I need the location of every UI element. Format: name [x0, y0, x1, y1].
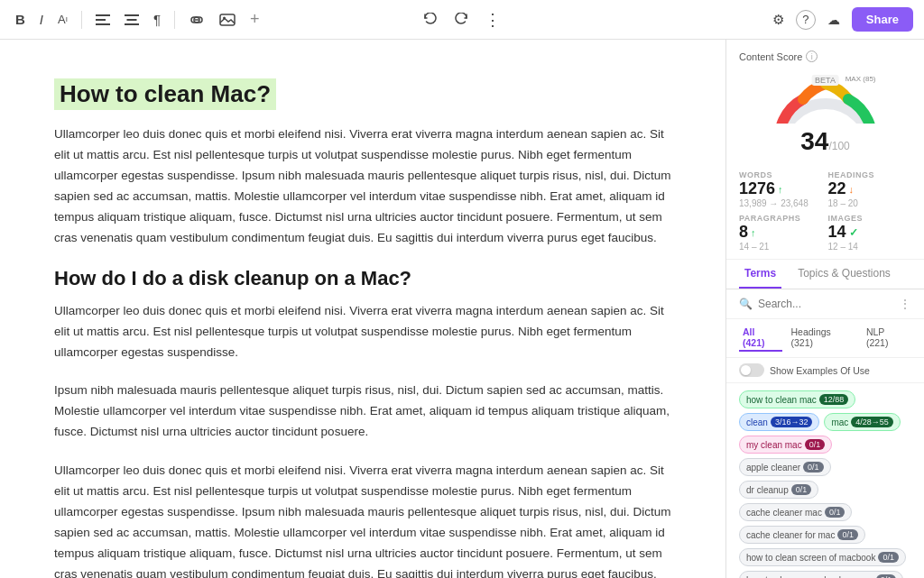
filter-headings[interactable]: Headings (321): [788, 325, 857, 352]
svg-rect-4: [126, 19, 136, 21]
tag-item[interactable]: mac 4/28→55: [824, 413, 900, 431]
options-icon[interactable]: ⋮: [899, 297, 911, 311]
gauge-score: 34/100: [800, 127, 850, 156]
tag-text: clean: [746, 417, 768, 427]
tag-badge: 0/1: [837, 529, 858, 540]
info-icon[interactable]: i: [806, 50, 818, 62]
filter-all[interactable]: All (421): [739, 325, 782, 352]
tag-item[interactable]: how to clean screen of macbook 0/1: [739, 548, 906, 566]
toggle-knob: [741, 365, 751, 375]
tag-item[interactable]: cache cleaner for mac 0/1: [739, 526, 865, 544]
tag-badge: 0/1: [805, 439, 826, 450]
gear-button[interactable]: ⚙: [768, 8, 789, 32]
stat-images: IMAGES 14 ✓ 12 – 14: [828, 214, 912, 252]
toolbar-actions: ⚙ ? ☁ Share: [505, 7, 913, 32]
paragraph-button[interactable]: ¶: [149, 8, 165, 31]
images-check: ✓: [849, 226, 858, 239]
tag-badge: 12/88: [819, 394, 849, 405]
separator-2: [174, 11, 175, 29]
svg-rect-1: [96, 19, 106, 21]
tag-badge: 0/1: [876, 574, 897, 578]
undo-button[interactable]: [419, 9, 442, 31]
gauge-container: BETA MAX (85) 34/100: [739, 68, 911, 156]
tab-terms[interactable]: Terms: [739, 260, 781, 289]
toolbar: B I AI ¶ + ⋮ ⚙ ? ☁ Share: [0, 0, 924, 40]
align-center-button[interactable]: [120, 10, 143, 30]
content-score-label: Content Score i: [739, 50, 911, 62]
paragraph-4: Ullamcorper leo duis donec quis et morbi…: [54, 461, 671, 578]
search-icon: 🔍: [739, 298, 753, 310]
paragraph-3: Ipsum nibh malesuada mauris pellentesque…: [54, 381, 671, 443]
bold-button[interactable]: B: [11, 8, 30, 31]
tag-item[interactable]: cache cleaner mac 0/1: [739, 503, 852, 521]
tag-text: cache cleaner mac: [746, 508, 822, 518]
main-area: How to clean Mac? Ullamcorper leo duis d…: [0, 40, 924, 578]
search-row: 🔍 ⋮: [726, 289, 924, 319]
tag-text: my clean mac: [746, 440, 802, 450]
insert-button[interactable]: +: [245, 6, 264, 32]
tab-topics[interactable]: Topics & Questions: [792, 260, 896, 289]
filter-nlp[interactable]: NLP (221): [863, 325, 911, 352]
headings-arrow: ↓: [849, 184, 855, 195]
doc-title: How to clean Mac?: [54, 76, 671, 124]
cloud-button[interactable]: ☁: [823, 9, 845, 31]
tag-text: mac: [831, 417, 848, 427]
tag-item[interactable]: my clean mac 0/1: [739, 436, 832, 454]
stats-grid: WORDS 1276 ↑ 13,989 → 23,648 HEADINGS 22…: [726, 163, 924, 260]
svg-rect-0: [96, 14, 110, 16]
words-arrow: ↑: [778, 184, 783, 195]
tag-text: apple cleaner: [746, 463, 800, 472]
tag-text: dr cleanup: [746, 485, 789, 495]
tag-text: how to clean screen of macbook: [746, 553, 875, 563]
stat-headings: HEADINGS 22 ↓ 18 – 20: [828, 170, 912, 208]
examples-toggle[interactable]: [739, 363, 764, 377]
toggle-row: Show Examples Of Use: [726, 358, 924, 383]
image-button[interactable]: [215, 10, 240, 30]
tag-text: how to clean mac: [746, 395, 817, 405]
tag-text: how to clean a macbook screen: [746, 575, 873, 579]
gauge-beta-label: BETA: [811, 75, 839, 86]
tags-area: how to clean mac 12/88clean 3/16→32mac 4…: [726, 383, 924, 578]
tag-item[interactable]: dr cleanup 0/1: [739, 481, 818, 499]
tag-badge: 3/16→32: [771, 417, 813, 427]
score-value: 34: [800, 127, 828, 155]
tag-item[interactable]: how to clean mac 12/88: [739, 390, 855, 408]
panel-top: Content Score i: [726, 40, 924, 163]
help-button[interactable]: ?: [796, 10, 816, 30]
redo-button[interactable]: [449, 9, 473, 31]
paragraph-2: Ullamcorper leo duis donec quis et morbi…: [54, 301, 671, 363]
gauge-max-label: MAX (85): [845, 75, 876, 83]
tag-text: cache cleaner for mac: [746, 530, 835, 540]
stat-words: WORDS 1276 ↑ 13,989 → 23,648: [739, 170, 823, 208]
tag-badge: 0/1: [878, 552, 899, 563]
share-button[interactable]: Share: [852, 7, 913, 32]
paragraphs-arrow: ↑: [751, 227, 756, 238]
tag-badge: 4/28→55: [851, 417, 893, 427]
tag-item[interactable]: apple cleaner 0/1: [739, 458, 831, 476]
tag-item[interactable]: how to clean a macbook screen 0/1: [739, 571, 903, 578]
svg-rect-5: [125, 23, 139, 25]
svg-rect-2: [96, 23, 110, 25]
italic-button[interactable]: I: [35, 8, 48, 31]
font-size-button[interactable]: AI: [53, 9, 72, 30]
tag-item[interactable]: clean 3/16→32: [739, 413, 819, 431]
tag-badge: 0/1: [791, 484, 812, 495]
more-button[interactable]: ⋮: [480, 6, 505, 33]
gauge-wrap: BETA MAX (85): [772, 68, 880, 124]
tag-badge: 0/1: [803, 462, 824, 472]
paragraph-1: Ullamcorper leo duis donec quis et morbi…: [54, 124, 671, 249]
right-panel: Content Score i: [725, 40, 924, 578]
toolbar-history: ⋮: [419, 6, 505, 33]
section2-title: How do I do a disk cleanup on a Mac?: [54, 267, 671, 290]
panel-tabs: Terms Topics & Questions: [726, 260, 924, 289]
link-button[interactable]: [184, 10, 209, 30]
stat-paragraphs: PARAGRAPHS 8 ↑ 14 – 21: [739, 214, 823, 252]
align-left-button[interactable]: [91, 10, 115, 30]
editor[interactable]: How to clean Mac? Ullamcorper leo duis d…: [0, 40, 725, 578]
score-denom: /100: [828, 140, 849, 152]
search-input[interactable]: [758, 298, 895, 310]
svg-rect-3: [125, 14, 139, 16]
tag-badge: 0/1: [825, 507, 845, 518]
filter-tabs: All (421) Headings (321) NLP (221): [726, 319, 924, 358]
separator-1: [81, 11, 82, 29]
